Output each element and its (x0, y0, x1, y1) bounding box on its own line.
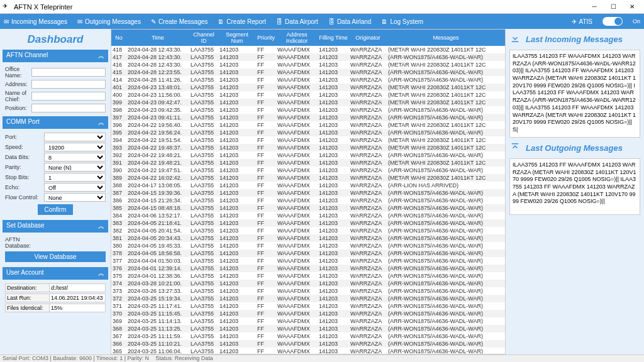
table-cell: 141203 (318, 348, 349, 354)
atis-button[interactable]: ✈ATIS (572, 18, 592, 25)
view-database-button[interactable]: View Database (5, 251, 106, 262)
table-row[interactable]: 4152024-04-28 12:23:55.LAA3755141203FFWA… (111, 69, 505, 76)
log-system-button[interactable]: 🗎Log System (381, 18, 423, 25)
outgoing-messages-button[interactable]: ✉Outgoing Messages (77, 18, 141, 25)
table-row[interactable]: 3872024-04-15 19:39:36.LAA3755141203FFWA… (111, 189, 505, 197)
table-row[interactable]: 3912024-04-22 19:48:21.LAA3755141203FFWA… (111, 159, 505, 167)
table-cell: 141203 (218, 287, 256, 295)
table-row[interactable]: 3992024-04-23 09:42:47.LAA3755141203FFWA… (111, 99, 505, 106)
last-outgoing-box[interactable]: ILAA3755 141203 FF WAAAFDMX 141203 WARRZ… (509, 158, 640, 215)
table-row[interactable]: 3862024-04-15 21:26:34.LAA3755141203FFWA… (111, 197, 505, 204)
office-name-input[interactable] (31, 68, 106, 77)
table-row[interactable]: 3942024-04-22 19:51:54.LAA3755141203FFWA… (111, 136, 505, 144)
table-row[interactable]: 4162024-04-28 12:43:30.LAA3755141203FFWA… (111, 61, 505, 69)
column-header[interactable]: Channel ID (189, 30, 218, 46)
table-cell: FF (256, 159, 276, 167)
create-report-button[interactable]: 🗎Create Report (218, 18, 266, 25)
toggle-switch[interactable] (602, 17, 623, 26)
confirm-button[interactable]: Confirm (38, 204, 72, 215)
data-airland-button[interactable]: 🗄Data Airland (328, 18, 371, 25)
table-cell: 2024-03-25 11:06:04. (126, 348, 189, 354)
table-row[interactable]: 3982024-04-23 09:42:35.LAA3755141203FFWA… (111, 106, 505, 114)
table-row[interactable]: 3822024-04-05 20:41:54.LAA3755141203FFWA… (111, 227, 505, 234)
create-messages-button[interactable]: ✎Create Messages (151, 18, 208, 25)
table-row[interactable]: 3652024-03-25 11:06:04.LAA3755141203FFWA… (111, 348, 505, 354)
column-header[interactable]: Time (126, 30, 189, 46)
echo-select[interactable]: Off (44, 183, 106, 192)
table-cell: WAAAFDMX (276, 295, 318, 302)
table-row[interactable]: 4002024-04-23 11:56:00.LAA3755141203FFWA… (111, 91, 505, 99)
incoming-messages-button[interactable]: ✉Incoming Messages (4, 18, 67, 25)
table-row[interactable]: 3842024-04-06 13:52:17.LAA3755141203FFWA… (111, 212, 505, 219)
message-table-container[interactable]: NoTimeChannel IDSegment NumPriorityAddre… (111, 29, 506, 354)
table-cell: 2024-04-22 19:48:21. (126, 151, 189, 159)
table-row[interactable]: 3752024-04-01 12:38:36.LAA3755141203FFWA… (111, 272, 505, 280)
minimize-button[interactable]: ─ (585, 0, 604, 14)
table-row[interactable]: 3802024-04-05 19:45:33.LAA3755141203FFWA… (111, 242, 505, 250)
table-row[interactable]: 3882024-04-17 13:08:05.LAA3755141203FFWA… (111, 182, 505, 189)
table-row[interactable]: 4172024-04-28 12:43:30.LAA3755141203FFWA… (111, 53, 505, 61)
table-row[interactable]: 4012024-04-23 13:48:01.LAA3755141203FFWA… (111, 84, 505, 91)
position-input[interactable] (31, 104, 106, 112)
table-row[interactable]: 3692024-03-25 11:14:13.LAA3755141203FFWA… (111, 317, 505, 325)
stopbits-select[interactable]: 1 (44, 173, 106, 182)
table-row[interactable]: 3742024-03-28 10:21:00.LAA3755141203FFWA… (111, 280, 505, 287)
table-row[interactable]: 3962024-04-22 19:56:40.LAA3755141203FFWA… (111, 121, 505, 129)
speed-select[interactable]: 19200 (44, 143, 106, 151)
table-cell: (ARR-WON1875/A4636-WADL-WAR) (387, 234, 505, 242)
table-row[interactable]: 3662024-03-25 11:10:21.LAA3755141203FFWA… (111, 340, 505, 348)
column-header[interactable]: Originator (349, 30, 387, 46)
table-row[interactable]: 3932024-04-22 19:48:37.LAA3755141203FFWA… (111, 144, 505, 151)
column-header[interactable]: Priority (256, 30, 276, 46)
close-button[interactable]: ✕ (623, 0, 641, 14)
set-database-header[interactable]: Set Database (3, 220, 108, 233)
table-row[interactable]: 3672024-03-25 11:11:59.LAA3755141203FFWA… (111, 332, 505, 340)
table-row[interactable]: 3732024-03-26 13:27:33.LAA3755141203FFWA… (111, 287, 505, 295)
table-row[interactable]: 3922024-04-22 19:48:21.LAA3755141203FFWA… (111, 151, 505, 159)
table-cell: 141203 (218, 257, 256, 265)
table-row[interactable]: 3682024-03-25 11:13:25.LAA3755141203FFWA… (111, 325, 505, 332)
table-cell: 141203 (318, 325, 349, 332)
table-row[interactable]: 3712024-03-25 11:17:41.LAA3755141203FFWA… (111, 302, 505, 310)
port-select[interactable] (44, 133, 106, 141)
table-cell: WARRZAZA (349, 136, 387, 144)
table-row[interactable]: 3782024-04-05 18:56:58.LAA3755141203FFWA… (111, 250, 505, 257)
column-header[interactable]: No (111, 30, 126, 46)
table-cell: 141203 (318, 189, 349, 197)
table-row[interactable]: 4142024-04-28 11:41:26.LAA3755141203FFWA… (111, 76, 505, 84)
maximize-button[interactable]: ☐ (604, 0, 623, 14)
column-header[interactable]: Address Indicator (276, 30, 318, 46)
last-incoming-box[interactable]: ILAA3755 141203 FF WAAAFDMX 141203 WARRZ… (509, 50, 640, 138)
comm-port-header[interactable]: COMM Port (3, 116, 108, 129)
table-row[interactable]: 4182024-04-28 12:43:30.LAA3755141203FFWA… (111, 46, 505, 53)
table-row[interactable]: 3762024-04-01 12:39:14.LAA3755141203FFWA… (111, 265, 505, 272)
table-row[interactable]: 3902024-04-22 19:47:51.LAA3755141203FFWA… (111, 167, 505, 174)
chief-input[interactable] (31, 92, 106, 101)
table-cell: FF (256, 204, 276, 212)
table-row[interactable]: 3722024-03-25 15:19:34.LAA3755141203FFWA… (111, 295, 505, 302)
address-input[interactable] (31, 80, 106, 89)
table-row[interactable]: 3702024-03-25 11:15:45.LAA3755141203FFWA… (111, 310, 505, 317)
table-cell: (METAR WAHI 220830Z 14011KT 12C (387, 144, 505, 151)
aftn-channel-header[interactable]: AFTN Channel (3, 50, 108, 62)
table-row[interactable]: 3972024-04-23 09:41:11.LAA3755141203FFWA… (111, 114, 505, 121)
table-row[interactable]: 3852024-04-15 08:48:18.LAA3755141203FFWA… (111, 204, 505, 212)
parity-select[interactable]: None (N) (44, 163, 106, 172)
table-cell: 141203 (218, 212, 256, 219)
data-airport-button[interactable]: 🗄Data Airport (276, 18, 318, 25)
column-header[interactable]: Filling Time (318, 30, 349, 46)
table-cell: 398 (111, 106, 126, 114)
column-header[interactable]: Segment Num (218, 30, 256, 46)
table-row[interactable]: 3772024-04-04 01:50:03.LAA3755141203FFWA… (111, 257, 505, 265)
chief-label: Name of Chief: (5, 90, 31, 102)
table-cell: 141203 (318, 302, 349, 310)
table-cell: 389 (111, 174, 126, 182)
table-row[interactable]: 3952024-04-22 19:56:24.LAA3755141203FFWA… (111, 129, 505, 136)
table-row[interactable]: 3812024-04-05 20:34:43.LAA3755141203FFWA… (111, 234, 505, 242)
column-header[interactable]: Messages (387, 30, 505, 46)
flow-select[interactable]: None (44, 193, 106, 202)
table-row[interactable]: 3892024-04-22 16:02:42.LAA3755141203FFWA… (111, 174, 505, 182)
databits-select[interactable]: 8 (44, 153, 106, 162)
user-account-header[interactable]: User Account (3, 267, 108, 280)
table-row[interactable]: 3832024-04-05 21:18:41.LAA3755141203FFWA… (111, 219, 505, 227)
